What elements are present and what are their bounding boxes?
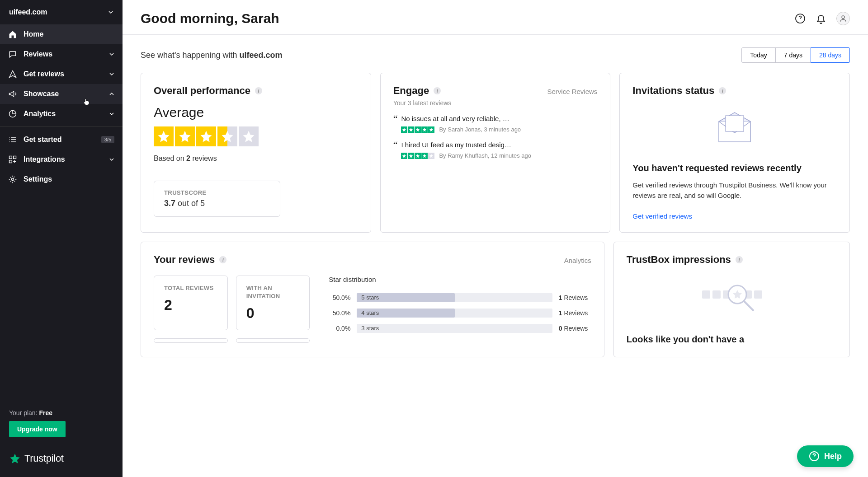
nav-label: Settings (24, 175, 114, 183)
sidebar-item-settings[interactable]: Settings (0, 169, 123, 189)
ts-suffix: out of 5 (175, 199, 205, 208)
review-item[interactable]: “ No issues at all and very reliable, … (393, 115, 598, 133)
stat-placeholder (154, 338, 228, 343)
dist-bar-label: 5 stars (361, 293, 379, 302)
stat-with-invitation: WITH AN INVITATION 0 (236, 276, 310, 330)
card-your-reviews: Your reviews i Analytics TOTAL REVIEWS 2 (141, 242, 604, 357)
range-28days[interactable]: 28 days (811, 47, 850, 63)
trustscore-label: TRUSTSCORE (164, 189, 270, 196)
dist-title: Star distribution (329, 276, 591, 283)
sidebar-footer: Your plan: Free Upgrade now Trustpilot (0, 401, 123, 477)
divider (0, 126, 123, 127)
cards-row-2: Your reviews i Analytics TOTAL REVIEWS 2 (141, 242, 850, 357)
nav-label: Get started (24, 136, 95, 144)
svg-point-4 (12, 178, 14, 181)
star-5 (239, 126, 259, 146)
star-3 (196, 126, 216, 146)
profile-button[interactable] (836, 12, 850, 25)
dist-bar: 3 stars (357, 324, 552, 333)
date-range-group: Today 7 days 28 days (741, 47, 850, 63)
star-icon (9, 453, 21, 464)
card-title: Overall performance i (154, 85, 358, 97)
progress-badge: 3/5 (101, 136, 114, 143)
dist-bar-label: 4 stars (361, 309, 379, 318)
svg-rect-10 (712, 290, 721, 299)
logo-text: Trustpilot (24, 453, 64, 464)
sidebar-item-showcase[interactable]: Showcase (0, 84, 123, 104)
quote-icon: “ (393, 114, 398, 133)
sidebar-item-get-reviews[interactable]: Get reviews (0, 64, 123, 84)
mini-stars (401, 126, 434, 133)
plan-line: Your plan: Free (9, 409, 113, 416)
site-selector[interactable]: uifeed.com (0, 0, 123, 24)
stat-boxes: TOTAL REVIEWS 2 WITH AN INVITATION 0 (154, 276, 310, 330)
service-reviews-link[interactable]: Service Reviews (547, 88, 597, 95)
range-7days[interactable]: 7 days (775, 47, 811, 63)
stat-value: 2 (164, 297, 217, 313)
chevron-down-icon (109, 111, 114, 117)
info-icon[interactable]: i (434, 87, 441, 94)
analytics-link[interactable]: Analytics (564, 257, 591, 264)
based-prefix: Based on (154, 154, 186, 162)
help-icon[interactable] (795, 13, 806, 24)
help-label: Help (824, 452, 842, 461)
sidebar-item-integrations[interactable]: Integrations (0, 150, 123, 169)
sidebar-item-get-started[interactable]: Get started 3/5 (0, 130, 123, 150)
info-icon[interactable]: i (219, 256, 226, 263)
based-on-text: Based on 2 reviews (154, 154, 358, 163)
svg-rect-9 (702, 290, 710, 299)
sidebar-item-reviews[interactable]: Reviews (0, 44, 123, 64)
megaphone-icon (8, 89, 17, 98)
based-suffix: reviews (190, 154, 217, 162)
mini-star (428, 153, 434, 159)
happening-site: uifeed.com (240, 51, 283, 60)
nav-label: Analytics (24, 110, 103, 118)
info-icon[interactable]: i (255, 87, 262, 94)
dist-bar-label: 3 stars (361, 324, 379, 333)
card-trustbox: TrustBox impressions i Looks (613, 242, 850, 357)
mini-star (415, 153, 421, 159)
invitations-heading: You haven't requested reviews recently (632, 162, 837, 174)
engage-subtitle: Your 3 latest reviews (393, 99, 598, 107)
chevron-down-icon (108, 9, 113, 15)
dist-pct: 0.0% (329, 325, 350, 332)
dist-count: 0 Reviews (559, 325, 591, 332)
grid-icon (8, 155, 17, 164)
review-byline: By Sarah Jonas, 3 minutes ago (439, 126, 521, 133)
nav-label: Integrations (24, 155, 103, 164)
get-verified-link[interactable]: Get verified reviews (632, 212, 692, 220)
chevron-down-icon (109, 71, 114, 77)
bell-icon[interactable] (816, 13, 826, 24)
mini-star (408, 126, 414, 133)
mini-star (415, 126, 421, 133)
star-1 (154, 126, 174, 146)
mini-star (408, 153, 414, 159)
help-widget[interactable]: Help (797, 445, 854, 467)
dist-bar: 5 stars (357, 293, 552, 302)
trustbox-illustration (627, 266, 837, 333)
pie-icon (8, 109, 17, 118)
sidebar-nav: Home Reviews Get reviews Showcase Analyt… (0, 24, 123, 401)
trustbox-text: Looks like you don't have a (627, 333, 837, 345)
mini-star (401, 126, 407, 133)
svg-rect-3 (9, 160, 12, 163)
sidebar-item-analytics[interactable]: Analytics (0, 104, 123, 124)
review-item[interactable]: “ I hired UI feed as my trusted desig… (393, 141, 598, 159)
info-icon[interactable]: i (719, 87, 726, 94)
info-icon[interactable]: i (736, 256, 743, 263)
title-text: Invitations status (632, 85, 714, 97)
sidebar-item-home[interactable]: Home (0, 24, 123, 44)
sidebar: uifeed.com Home Reviews Get reviews Show… (0, 0, 123, 477)
stat-value: 0 (246, 305, 300, 322)
plan-name: Free (39, 409, 52, 416)
star-2 (175, 126, 195, 146)
nav-label: Showcase (24, 90, 103, 98)
mini-star (421, 126, 428, 133)
range-today[interactable]: Today (741, 47, 775, 63)
svg-rect-2 (14, 156, 16, 159)
chevron-up-icon (109, 91, 114, 97)
upgrade-button[interactable]: Upgrade now (9, 421, 66, 437)
card-title: Engage i (393, 85, 441, 97)
card-overall-performance: Overall performance i Average Based on 2… (141, 73, 371, 233)
happening-row: See what's happening with uifeed.com Tod… (141, 47, 850, 63)
